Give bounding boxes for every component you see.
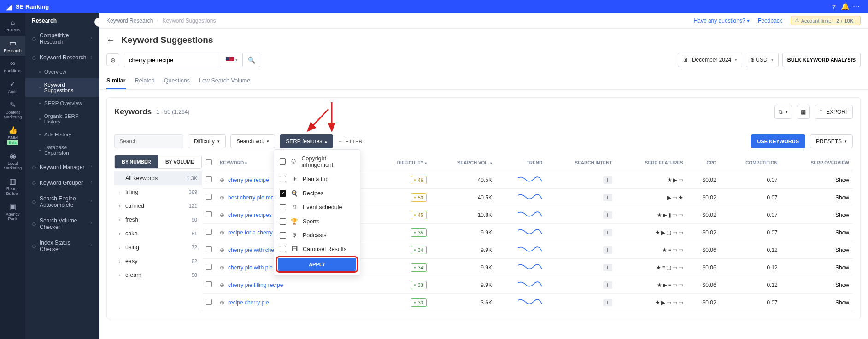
expand-row-icon[interactable]: ⊕: [220, 194, 224, 201]
row-checkbox[interactable]: [206, 229, 212, 235]
more-icon[interactable]: ⋯: [850, 2, 862, 11]
serp-option-sports[interactable]: 🏆Sports: [274, 214, 360, 228]
group-filter-cream[interactable]: ›cream50: [114, 268, 202, 282]
apply-button[interactable]: APPLY: [278, 258, 356, 271]
search-button[interactable]: 🔍: [243, 53, 260, 67]
sidebar-group-search-engine-autocomplete[interactable]: ◇Search Engine Autocomplete˅: [25, 191, 99, 213]
show-serp-link[interactable]: Show: [835, 282, 849, 288]
show-serp-link[interactable]: Show: [835, 212, 849, 218]
serp-option-carousel-results[interactable]: 🎞Carousel Results: [274, 242, 360, 256]
col-serp-features[interactable]: SERP FEATURES: [616, 155, 687, 171]
expand-row-icon[interactable]: ⊕: [220, 247, 224, 253]
row-checkbox[interactable]: [206, 194, 212, 200]
rail-content-marketing[interactable]: ✎Content Marketing: [0, 98, 25, 122]
keyword-input[interactable]: [124, 53, 221, 67]
show-serp-link[interactable]: Show: [835, 247, 849, 253]
row-checkbox[interactable]: [206, 246, 212, 252]
rail-audit[interactable]: ✓Audit: [0, 77, 25, 97]
expand-row-icon[interactable]: ⊕: [220, 212, 224, 218]
crumb-0[interactable]: Keyword Research: [106, 18, 153, 24]
currency-select[interactable]: $ USD ▾: [746, 53, 778, 67]
keyword-link[interactable]: cherry pie recipe: [228, 177, 269, 183]
feedback-link[interactable]: Feedback: [758, 18, 782, 24]
sidebar-item-serp-overview[interactable]: SERP Overview: [25, 97, 99, 110]
rail-local-marketing[interactable]: ◉Local Marketing: [0, 149, 25, 173]
group-filter-fresh[interactable]: ›fresh90: [114, 213, 202, 227]
keyword-link[interactable]: cherry pie filling recipe: [228, 282, 283, 288]
tab-similar[interactable]: Similar: [106, 74, 126, 89]
serp-option-recipes[interactable]: ✓🍳Recipes: [274, 186, 360, 200]
expand-row-icon[interactable]: ⊕: [220, 229, 224, 236]
sidebar-group-keyword-research[interactable]: ◇Keyword Research˄: [25, 50, 99, 65]
country-select[interactable]: ▾: [221, 53, 243, 67]
serp-option-copyright-infringement[interactable]: ©Copyright infringement: [274, 152, 360, 172]
sidebar-item-keyword-suggestions[interactable]: Keyword Suggestions: [25, 78, 99, 97]
show-serp-link[interactable]: Show: [835, 229, 849, 236]
show-serp-link[interactable]: Show: [835, 264, 849, 271]
expand-row-icon[interactable]: ⊕: [220, 299, 224, 306]
rail-research[interactable]: ▭Research: [0, 36, 25, 56]
show-serp-link[interactable]: Show: [835, 299, 849, 306]
volume-filter[interactable]: Search vol. ▾: [230, 134, 275, 148]
sidebar-group-competitive-research[interactable]: ◇Competitive Research˅: [25, 28, 99, 50]
serp-option-plan-a-trip[interactable]: ✈Plan a trip: [274, 172, 360, 186]
difficulty-filter[interactable]: Difficulty ▾: [188, 134, 226, 148]
keyword-link[interactable]: best cherry pie recipe: [228, 194, 281, 201]
row-checkbox[interactable]: [206, 264, 212, 270]
expand-row-icon[interactable]: ⊕: [220, 282, 224, 288]
sidebar-group-search-volume-checker[interactable]: ◇Search Volume Checker˅: [25, 213, 99, 235]
keyword-link[interactable]: cherry pie with pie fill: [228, 264, 279, 271]
col-serp-overview[interactable]: SERP OVERVIEW: [781, 155, 853, 171]
show-serp-link[interactable]: Show: [835, 194, 849, 201]
add-filter-button[interactable]: ＋ FILTER: [338, 138, 362, 145]
questions-link[interactable]: Have any questions? ▾: [694, 18, 750, 24]
group-filter-all-keywords[interactable]: All keywords1.3K: [114, 171, 202, 185]
tab-related[interactable]: Related: [135, 74, 155, 89]
row-checkbox[interactable]: [206, 299, 212, 305]
rail-agency-pack[interactable]: ▣Agency Pack: [0, 199, 25, 224]
rail-smm[interactable]: 👍SMMBeta: [0, 123, 25, 148]
bulk-analysis-button[interactable]: BULK KEYWORD ANALYSIS: [782, 53, 861, 67]
col-search-vol-[interactable]: SEARCH VOL. ▾: [430, 155, 496, 171]
rail-report-builder[interactable]: ▥Report Builder: [0, 174, 25, 199]
col-trend[interactable]: TREND: [496, 155, 546, 171]
select-all-checkbox[interactable]: [206, 159, 212, 165]
col-cpc[interactable]: CPC: [687, 155, 720, 171]
rail-backlinks[interactable]: ∞Backlinks: [0, 57, 25, 76]
by-volume-toggle[interactable]: BY VOLUME: [158, 155, 201, 168]
sidebar-item-ads-history[interactable]: Ads History: [25, 128, 99, 141]
sidebar-group-index-status-checker[interactable]: ◇Index Status Checker˅: [25, 235, 99, 257]
filter-search-input[interactable]: [114, 134, 183, 148]
keyword-link[interactable]: cherry pie recipes: [228, 212, 272, 218]
sidebar-item-organic-serp-history[interactable]: Organic SERP History: [25, 110, 99, 128]
by-number-toggle[interactable]: BY NUMBER: [115, 155, 158, 168]
month-select[interactable]: 🗓 December 2024 ▾: [678, 53, 742, 67]
row-checkbox[interactable]: [206, 176, 212, 182]
group-filter-canned[interactable]: ›canned121: [114, 199, 202, 213]
tab-low-search-volume[interactable]: Low Search Volume: [199, 74, 250, 89]
back-button[interactable]: ←: [106, 35, 115, 45]
row-checkbox[interactable]: [206, 281, 212, 287]
show-serp-link[interactable]: Show: [835, 177, 849, 183]
col-search-intent[interactable]: SEARCH INTENT: [546, 155, 616, 171]
sidebar-item-database-expansion[interactable]: Database Expansion: [25, 141, 99, 159]
sidebar-item-overview[interactable]: Overview: [25, 65, 99, 78]
use-keywords-button[interactable]: USE KEYWORDS: [751, 134, 805, 148]
serp-option-podcasts[interactable]: 🎙Podcasts: [274, 228, 360, 242]
add-keyword-button[interactable]: ⊕: [106, 53, 119, 66]
keyword-link[interactable]: cherry pie with cherry: [228, 247, 281, 253]
serp-features-filter[interactable]: SERP features ▴: [280, 134, 333, 148]
presets-button[interactable]: PRESETS ▾: [810, 134, 853, 148]
sidebar-group-keyword-grouper[interactable]: ◇Keyword Grouper˅: [25, 175, 99, 191]
col-competition[interactable]: COMPETITION: [720, 155, 781, 171]
export-button[interactable]: ⤒ EXPORT: [815, 105, 853, 119]
rail-projects[interactable]: ⌂Projects: [0, 16, 25, 35]
serp-option-event-schedule[interactable]: 🗓Event schedule: [274, 200, 360, 214]
col-difficulty[interactable]: DIFFICULTY ▾: [373, 155, 430, 171]
tab-questions[interactable]: Questions: [164, 74, 190, 89]
group-filter-cake[interactable]: ›cake81: [114, 227, 202, 240]
columns-button[interactable]: ▦: [797, 105, 810, 119]
row-checkbox[interactable]: [206, 211, 212, 217]
expand-row-icon[interactable]: ⊕: [220, 177, 224, 183]
sidebar-group-keyword-manager[interactable]: ◇Keyword Manager˅: [25, 159, 99, 175]
